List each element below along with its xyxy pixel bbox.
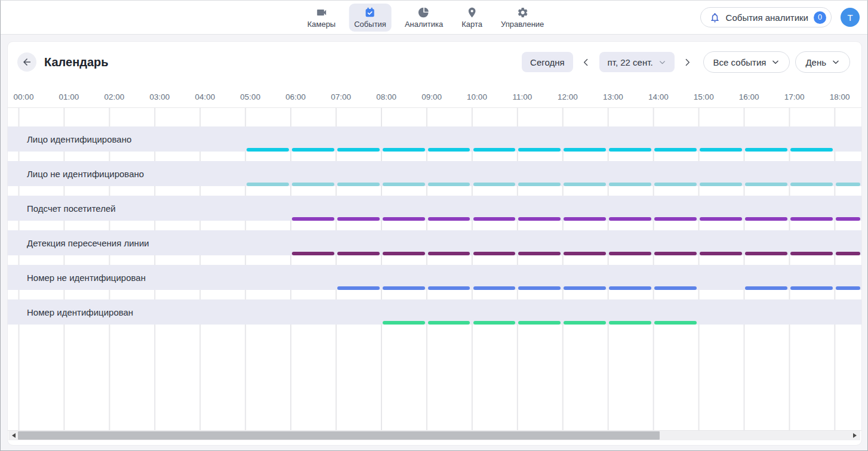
event-segment[interactable] [654, 321, 697, 325]
event-segment[interactable] [518, 217, 561, 221]
event-segment[interactable] [790, 286, 833, 290]
event-segment[interactable] [473, 183, 516, 186]
event-segment[interactable] [564, 183, 606, 186]
event-segment[interactable] [609, 183, 651, 186]
hour-label: 15:00 [694, 92, 714, 101]
event-segment[interactable] [518, 286, 561, 290]
arrow-left-icon [21, 57, 32, 67]
event-segment[interactable] [745, 183, 787, 186]
event-segment[interactable] [292, 252, 334, 255]
event-segment[interactable] [247, 148, 289, 152]
event-segment[interactable] [745, 286, 787, 290]
event-segment[interactable] [383, 183, 425, 186]
next-day-button[interactable] [680, 54, 695, 70]
grid-strip [8, 186, 861, 196]
event-segment[interactable] [790, 252, 833, 255]
event-segment[interactable] [564, 286, 606, 290]
event-segment[interactable] [383, 252, 425, 255]
nav-item-analytics[interactable]: Аналитика [399, 4, 448, 32]
analytics-events-label: События аналитики [726, 13, 808, 23]
hour-label: 04:00 [195, 92, 215, 101]
scroll-left-arrow[interactable] [10, 431, 18, 440]
event-segment[interactable] [518, 183, 561, 186]
event-segment[interactable] [428, 252, 470, 255]
event-segment[interactable] [564, 321, 606, 325]
event-segment[interactable] [518, 321, 561, 325]
nav-item-cameras[interactable]: Камеры [302, 4, 341, 32]
event-segment[interactable] [654, 148, 697, 152]
horizontal-scrollbar[interactable] [8, 431, 860, 440]
event-segment[interactable] [654, 252, 697, 255]
event-segment[interactable] [609, 148, 651, 152]
event-segment[interactable] [337, 148, 380, 152]
back-button[interactable] [17, 52, 36, 72]
event-segment[interactable] [428, 286, 470, 290]
event-segment[interactable] [700, 148, 742, 152]
event-segment[interactable] [473, 148, 516, 152]
event-segment[interactable] [654, 286, 697, 290]
event-segment[interactable] [292, 148, 334, 152]
event-segment[interactable] [247, 183, 289, 186]
event-segment[interactable] [654, 217, 697, 221]
event-segment[interactable] [790, 148, 833, 152]
event-segment[interactable] [337, 252, 380, 255]
event-segment[interactable] [836, 286, 860, 290]
event-segment[interactable] [337, 183, 380, 186]
event-segment[interactable] [745, 252, 787, 255]
event-segment[interactable] [836, 252, 860, 255]
event-segment[interactable] [383, 321, 425, 325]
event-segment[interactable] [790, 183, 833, 186]
event-segment[interactable] [609, 321, 651, 325]
event-segment[interactable] [745, 217, 787, 221]
event-segment[interactable] [836, 183, 860, 186]
nav-label-events: События [354, 20, 386, 29]
scroll-right-arrow[interactable] [851, 431, 859, 440]
event-segment[interactable] [337, 286, 380, 290]
prev-day-button[interactable] [578, 54, 594, 70]
nav-item-events[interactable]: События [349, 4, 392, 32]
event-segment[interactable] [518, 148, 561, 152]
nav-item-management[interactable]: Управление [495, 4, 549, 32]
event-segment[interactable] [473, 252, 516, 255]
date-picker[interactable]: пт, 22 сент. [599, 52, 675, 72]
event-segment[interactable] [337, 217, 380, 221]
event-segment[interactable] [428, 148, 470, 152]
event-segment[interactable] [745, 148, 787, 152]
period-dropdown[interactable]: День [795, 51, 850, 73]
camera-icon [315, 7, 327, 18]
event-segment[interactable] [564, 252, 606, 255]
event-segment[interactable] [383, 217, 425, 221]
event-segment[interactable] [564, 217, 606, 221]
event-segment[interactable] [428, 183, 470, 186]
events-filter-dropdown[interactable]: Все события [703, 51, 790, 73]
event-segment[interactable] [292, 217, 334, 221]
event-segment[interactable] [428, 321, 470, 325]
event-segment[interactable] [790, 217, 833, 221]
event-segment[interactable] [292, 183, 334, 186]
event-segment[interactable] [473, 217, 516, 221]
event-segment[interactable] [700, 183, 742, 186]
event-segment[interactable] [609, 252, 651, 255]
hour-label: 18:00 [830, 92, 850, 101]
event-segment[interactable] [609, 217, 651, 221]
event-segment[interactable] [428, 217, 470, 221]
today-button[interactable]: Сегодня [522, 52, 573, 72]
analytics-events-button[interactable]: События аналитики 0 [700, 7, 832, 27]
hour-label: 03:00 [149, 92, 170, 101]
event-segment[interactable] [700, 252, 742, 255]
event-segment[interactable] [383, 148, 425, 152]
hour-label: 12:00 [558, 92, 578, 101]
nav-item-map[interactable]: Карта [456, 4, 488, 32]
user-avatar[interactable]: T [841, 8, 860, 27]
event-segment[interactable] [700, 217, 742, 221]
event-segment[interactable] [383, 286, 425, 290]
event-segment[interactable] [654, 183, 697, 186]
scrollbar-thumb[interactable] [18, 431, 660, 440]
event-segment[interactable] [609, 286, 651, 290]
event-segment[interactable] [473, 286, 516, 290]
event-segment[interactable] [473, 321, 516, 325]
event-segment[interactable] [518, 252, 561, 255]
nav-label-management: Управление [501, 20, 544, 29]
event-segment[interactable] [836, 217, 860, 221]
event-segment[interactable] [564, 148, 606, 152]
